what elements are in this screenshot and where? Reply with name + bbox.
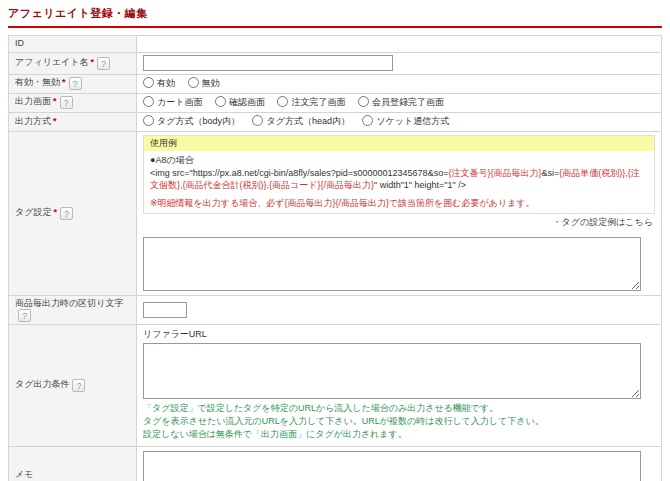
memo-label: メモ bbox=[15, 469, 33, 479]
usage-example-header: 使用例 bbox=[144, 136, 654, 152]
affiliate-name-input[interactable] bbox=[143, 55, 393, 71]
help-icon[interactable]: ? bbox=[69, 77, 82, 90]
id-label: ID bbox=[9, 36, 137, 53]
delimiter-input[interactable] bbox=[143, 302, 187, 318]
radio-method-socket[interactable]: ソケット通信方式 bbox=[362, 116, 449, 126]
radio-screen-member-complete[interactable]: 会員登録完了画面 bbox=[358, 97, 444, 107]
row-tag-settings: タグ設定*? 使用例 ●A8の場合 <img src="https://px.a… bbox=[9, 131, 662, 295]
help-icon[interactable]: ? bbox=[97, 57, 110, 70]
row-enabled: 有効・無効*? 有効 無効 bbox=[9, 74, 662, 93]
required-mark: * bbox=[53, 96, 57, 106]
help-icon[interactable]: ? bbox=[72, 379, 85, 392]
help-icon[interactable]: ? bbox=[60, 207, 73, 220]
referrer-url-textarea[interactable] bbox=[143, 343, 641, 399]
title-divider bbox=[8, 26, 662, 28]
radio-enabled-on-input[interactable] bbox=[143, 77, 154, 88]
radio-screen-confirm-input[interactable] bbox=[215, 96, 226, 107]
radio-screen-cart[interactable]: カート画面 bbox=[143, 97, 202, 107]
page: アフェリエイト登録・編集 ID アフィリエイト名*? 有効・無効*? 有効 無効 bbox=[0, 0, 670, 481]
radio-screen-confirm[interactable]: 確認画面 bbox=[215, 97, 265, 107]
radio-enabled-off-input[interactable] bbox=[188, 77, 199, 88]
page-title: アフェリエイト登録・編集 bbox=[8, 6, 662, 21]
referrer-url-label: リファラーURL bbox=[143, 329, 655, 341]
radio-method-tag-body[interactable]: タグ方式（body内） bbox=[143, 116, 240, 126]
required-mark: * bbox=[90, 57, 94, 67]
tag-settings-label: タグ設定 bbox=[15, 207, 51, 217]
usage-example-box: 使用例 ●A8の場合 <img src="https://px.a8.net/c… bbox=[143, 135, 655, 214]
required-mark: * bbox=[53, 207, 57, 217]
tag-settings-note: ※明細情報を出力する場合、必ず{商品毎出力}{/商品毎出力}で該当箇所を囲む必要… bbox=[150, 197, 648, 209]
tag-example-link[interactable]: ・タグの設定例はこちら bbox=[143, 214, 655, 234]
tag-condition-label: タグ出力条件 bbox=[15, 379, 69, 389]
row-delimiter: 商品毎出力時の区切り文字? bbox=[9, 295, 662, 325]
id-value bbox=[137, 36, 662, 53]
output-method-label: 出力方式 bbox=[15, 116, 51, 126]
row-memo: メモ bbox=[9, 447, 662, 481]
radio-screen-order-complete[interactable]: 注文完了画面 bbox=[277, 97, 345, 107]
row-id: ID bbox=[9, 36, 662, 53]
memo-textarea[interactable] bbox=[143, 451, 641, 481]
delimiter-label: 商品毎出力時の区切り文字 bbox=[15, 298, 123, 308]
help-icon[interactable]: ? bbox=[18, 309, 31, 322]
affiliate-form-table: ID アフィリエイト名*? 有効・無効*? 有効 無効 出力画面* bbox=[8, 35, 662, 481]
tag-settings-textarea[interactable] bbox=[143, 237, 641, 291]
row-output-method: 出力方式* タグ方式（body内） タグ方式（head内） ソケット通信方式 bbox=[9, 112, 662, 131]
row-output-screen: 出力画面*? カート画面 確認画面 注文完了画面 会員登録完了画面 bbox=[9, 93, 662, 112]
tag-condition-help: 「タグ設定」で設定したタグを特定のURLから流入した場合のみ出力させる機能です。… bbox=[143, 402, 655, 441]
tag-example-code: <img src="https://px.a8.net/cgi-bin/a8fl… bbox=[150, 167, 648, 191]
radio-method-tag-head[interactable]: タグ方式（head内） bbox=[252, 116, 349, 126]
radio-method-tag-body-input[interactable] bbox=[143, 115, 154, 126]
tag-condition-help-line: 「タグ設定」で設定したタグを特定のURLから流入した場合のみ出力させる機能です。 bbox=[143, 402, 655, 415]
row-affiliate-name: アフィリエイト名*? bbox=[9, 52, 662, 74]
radio-screen-member-complete-input[interactable] bbox=[358, 96, 369, 107]
usage-example-case: ●A8の場合 bbox=[150, 154, 648, 166]
row-tag-output-condition: タグ出力条件? リファラーURL 「タグ設定」で設定したタグを特定のURLから流… bbox=[9, 325, 662, 447]
affiliate-name-label: アフィリエイト名 bbox=[15, 57, 88, 67]
radio-screen-order-complete-input[interactable] bbox=[277, 96, 288, 107]
help-icon[interactable]: ? bbox=[60, 96, 73, 109]
radio-enabled-off[interactable]: 無効 bbox=[188, 78, 220, 88]
radio-enabled-on[interactable]: 有効 bbox=[143, 78, 175, 88]
radio-method-tag-head-input[interactable] bbox=[252, 115, 263, 126]
tag-condition-help-line: 設定しない場合は無条件で「出力画面」にタグが出力されます。 bbox=[143, 428, 655, 441]
tag-condition-help-line: タグを表示させたい流入元のURLを入力して下さい。URLが複数の時は改行して入力… bbox=[143, 415, 655, 428]
enabled-label: 有効・無効 bbox=[15, 77, 60, 87]
radio-method-socket-input[interactable] bbox=[362, 115, 373, 126]
required-mark: * bbox=[53, 116, 57, 126]
radio-screen-cart-input[interactable] bbox=[143, 96, 154, 107]
required-mark: * bbox=[62, 77, 66, 87]
output-screen-label: 出力画面 bbox=[15, 96, 51, 106]
